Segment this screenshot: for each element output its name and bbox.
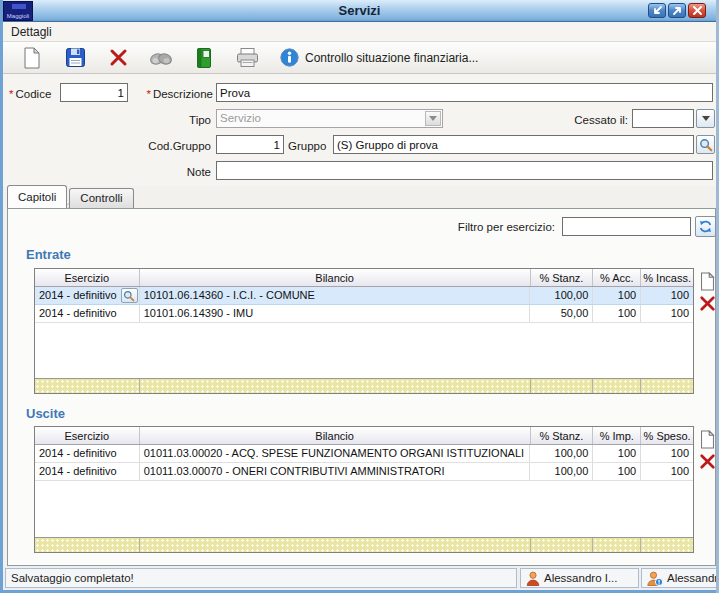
column-header[interactable]: % Stanz.: [531, 269, 594, 286]
refresh-button[interactable]: [695, 216, 716, 237]
descrizione-input[interactable]: [216, 83, 713, 102]
tipo-combobox[interactable]: Servizio: [216, 109, 443, 128]
uscite-header-row: EsercizioBilancio% Stanz.% Imp.% Speso.: [35, 427, 693, 445]
save-button[interactable]: [61, 45, 89, 71]
codice-label: *Codice: [9, 86, 59, 102]
gruppo-input[interactable]: [333, 135, 694, 154]
column-header[interactable]: Esercizio: [35, 427, 140, 444]
cell: 01011.03.00070 - ONERI CONTRIBUTIVI AMMI…: [140, 463, 531, 480]
cessato-il-date-button[interactable]: [696, 109, 715, 128]
footer-cell: [35, 538, 140, 552]
cell: 10101.06.14360 - I.C.I. - COMUNE: [140, 287, 531, 304]
archive-button[interactable]: [190, 45, 218, 71]
uscite-delete-row-button[interactable]: [697, 451, 717, 471]
cell: 100: [593, 445, 641, 462]
column-header[interactable]: % Acc.: [593, 269, 641, 286]
footer-cell: [593, 379, 641, 393]
column-header[interactable]: % Speso.: [641, 427, 693, 444]
menubar: Dettagli: [3, 22, 719, 42]
descrizione-label: *Descrizione: [141, 86, 213, 102]
uscite-table: EsercizioBilancio% Stanz.% Imp.% Speso. …: [34, 426, 694, 553]
filter-label: Filtro per esercizio:: [458, 221, 555, 233]
servizi-window: Maggioli Servizi Dettagli: [0, 0, 719, 593]
printer-icon: [236, 47, 259, 68]
tipo-dropdown-arrow[interactable]: [425, 111, 441, 126]
gruppo-label: Gruppo: [288, 138, 328, 154]
row-search-button[interactable]: [121, 288, 138, 303]
uscite-footer-row: [35, 537, 693, 552]
cod-gruppo-label: Cod.Gruppo: [143, 138, 211, 154]
save-icon: [65, 47, 86, 68]
column-header[interactable]: % Imp.: [593, 427, 641, 444]
user-icon: [526, 571, 540, 586]
print-button[interactable]: [233, 45, 261, 71]
cell: 2014 - definitivo: [35, 463, 140, 480]
cell: 50,00: [530, 305, 593, 322]
user-info-icon: [647, 571, 663, 586]
controllo-situazione-label: Controllo situazione finanziaria...: [305, 51, 478, 65]
entrate-table: EsercizioBilancio% Stanz.% Acc.% Incass.…: [34, 268, 694, 394]
cell: 100: [641, 445, 693, 462]
table-row[interactable]: 2014 - definitivo10101.06.14390 - IMU50,…: [35, 305, 693, 323]
chevron-down-icon: [702, 116, 710, 121]
cell: 100: [593, 463, 641, 480]
window-title: Servizi: [0, 3, 719, 18]
note-input[interactable]: [216, 161, 713, 180]
footer-cell: [641, 379, 693, 393]
form-area: *Codice *Descrizione Tipo Servizio Cessa…: [3, 74, 719, 186]
codice-input[interactable]: [60, 83, 128, 102]
table-row[interactable]: 2014 - definitivo01011.03.00020 - ACQ. S…: [35, 445, 693, 463]
uscite-body: 2014 - definitivo01011.03.00020 - ACQ. S…: [35, 445, 693, 537]
delete-x-icon: [699, 453, 716, 470]
binder-icon: [195, 47, 213, 69]
restore-down-button[interactable]: [648, 3, 666, 18]
filter-input[interactable]: [562, 217, 691, 236]
entrate-add-row-button[interactable]: [697, 271, 717, 291]
cell: 2014 - definitivo: [35, 287, 140, 304]
restore-down-icon: [652, 5, 663, 16]
cell: 100: [593, 287, 641, 304]
tipo-label: Tipo: [143, 112, 211, 128]
status-message: Salvataggio completato!: [5, 568, 517, 588]
footer-cell: [35, 379, 140, 393]
status-user-panel-1[interactable]: Alessandro I...: [520, 568, 639, 588]
binoculars-icon: [149, 49, 173, 67]
magnifier-icon: [123, 290, 135, 302]
footer-cell: [140, 379, 531, 393]
tipo-value: Servizio: [220, 112, 261, 124]
cod-gruppo-input[interactable]: [216, 135, 284, 154]
search-button[interactable]: [147, 45, 175, 71]
close-button[interactable]: [688, 3, 706, 18]
new-document-icon: [699, 430, 716, 449]
column-header[interactable]: Bilancio: [140, 269, 531, 286]
maximize-button[interactable]: [668, 3, 686, 18]
cell: 100: [641, 305, 693, 322]
new-button[interactable]: [18, 45, 46, 71]
statusbar: Salvataggio completato! Alessandro I... …: [3, 566, 719, 590]
table-row[interactable]: 2014 - definitivo10101.06.14360 - I.C.I.…: [35, 287, 693, 305]
magnifier-icon: [699, 138, 713, 152]
entrate-delete-row-button[interactable]: [697, 293, 717, 313]
tab-capitoli[interactable]: Capitoli: [7, 185, 67, 208]
menu-dettagli[interactable]: Dettagli: [3, 23, 60, 41]
cell: 100: [593, 305, 641, 322]
column-header[interactable]: % Incass.: [641, 269, 693, 286]
entrate-heading: Entrate: [26, 247, 71, 262]
new-document-icon: [22, 47, 42, 69]
table-row[interactable]: 2014 - definitivo01011.03.00070 - ONERI …: [35, 463, 693, 481]
status-user-panel-2[interactable]: Alessandro I...: [641, 568, 718, 588]
tab-controlli[interactable]: Controlli: [69, 188, 133, 208]
cessato-il-input[interactable]: [632, 109, 694, 128]
column-header[interactable]: Esercizio: [35, 269, 140, 286]
gruppo-search-button[interactable]: [696, 135, 715, 154]
uscite-add-row-button[interactable]: [697, 429, 717, 449]
close-icon: [692, 5, 703, 16]
controllo-situazione-button[interactable]: Controllo situazione finanziaria...: [276, 45, 482, 71]
delete-x-icon: [699, 295, 716, 312]
footer-cell: [140, 538, 531, 552]
capitoli-panel: Filtro per esercizio: Entrate EsercizioB…: [7, 208, 716, 566]
column-header[interactable]: Bilancio: [140, 427, 531, 444]
column-header[interactable]: % Stanz.: [531, 427, 594, 444]
delete-button[interactable]: [104, 45, 132, 71]
info-icon: [280, 48, 299, 67]
